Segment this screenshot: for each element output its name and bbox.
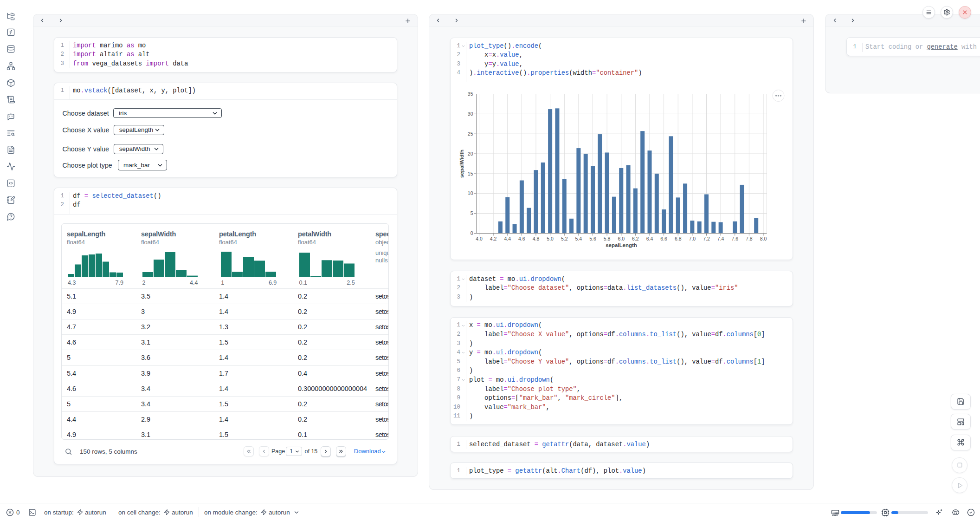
svg-text:7.4: 7.4	[717, 236, 724, 241]
svg-text:0: 0	[471, 230, 473, 236]
svg-text:5.2: 5.2	[561, 236, 568, 241]
svg-text:5.8: 5.8	[604, 236, 611, 241]
svg-text:7.8: 7.8	[746, 236, 753, 241]
svg-text:5.6: 5.6	[589, 236, 596, 241]
svg-text:6.6: 6.6	[660, 236, 667, 241]
svg-text:15: 15	[468, 170, 473, 176]
svg-text:4.4: 4.4	[504, 236, 511, 241]
svg-text:8.0: 8.0	[760, 236, 767, 241]
svg-text:6.8: 6.8	[675, 236, 682, 241]
svg-text:5: 5	[471, 210, 473, 216]
svg-text:4.0: 4.0	[476, 236, 483, 241]
svg-text:20: 20	[468, 150, 473, 156]
svg-text:4.8: 4.8	[533, 236, 540, 241]
svg-text:6.2: 6.2	[632, 236, 639, 241]
svg-text:7.2: 7.2	[703, 236, 710, 241]
svg-text:4.2: 4.2	[490, 236, 497, 241]
svg-text:5.4: 5.4	[575, 236, 582, 241]
svg-text:sepalWidth: sepalWidth	[459, 149, 464, 177]
svg-text:10: 10	[468, 190, 473, 196]
svg-text:6.0: 6.0	[618, 236, 625, 241]
svg-text:7.6: 7.6	[731, 236, 738, 241]
svg-text:25: 25	[468, 130, 473, 136]
svg-text:30: 30	[468, 111, 473, 117]
svg-text:sepalLength: sepalLength	[606, 242, 637, 247]
svg-text:7.0: 7.0	[689, 236, 696, 241]
svg-text:4.6: 4.6	[518, 236, 525, 241]
svg-text:6.4: 6.4	[646, 236, 653, 241]
svg-text:5.0: 5.0	[547, 236, 554, 241]
svg-text:35: 35	[468, 91, 473, 97]
